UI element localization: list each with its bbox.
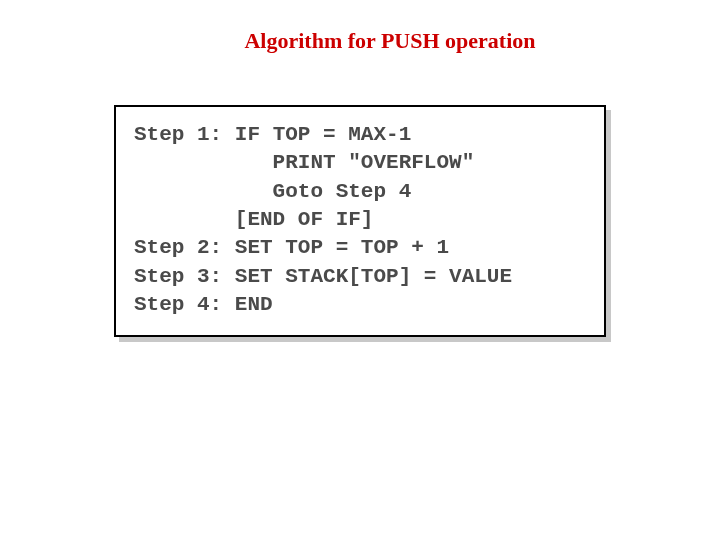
page-title: Algorithm for PUSH operation [0,28,720,54]
step-body: IF TOP = MAX-1 [222,123,411,146]
step-body: PRINT "OVERFLOW" [134,151,474,174]
step-label: Step 4: [134,293,222,316]
algorithm-container: Step 1: IF TOP = MAX-1 PRINT "OVERFLOW" … [114,105,606,337]
step-label: Step 2: [134,236,222,259]
algorithm-box: Step 1: IF TOP = MAX-1 PRINT "OVERFLOW" … [114,105,606,337]
step-label: Step 3: [134,265,222,288]
step-body: SET STACK[TOP] = VALUE [222,265,512,288]
step-body: [END OF IF] [134,208,373,231]
step-body: END [222,293,272,316]
step-label: Step 1: [134,123,222,146]
algorithm-text: Step 1: IF TOP = MAX-1 PRINT "OVERFLOW" … [134,121,586,319]
step-body: SET TOP = TOP + 1 [222,236,449,259]
step-body: Goto Step 4 [134,180,411,203]
